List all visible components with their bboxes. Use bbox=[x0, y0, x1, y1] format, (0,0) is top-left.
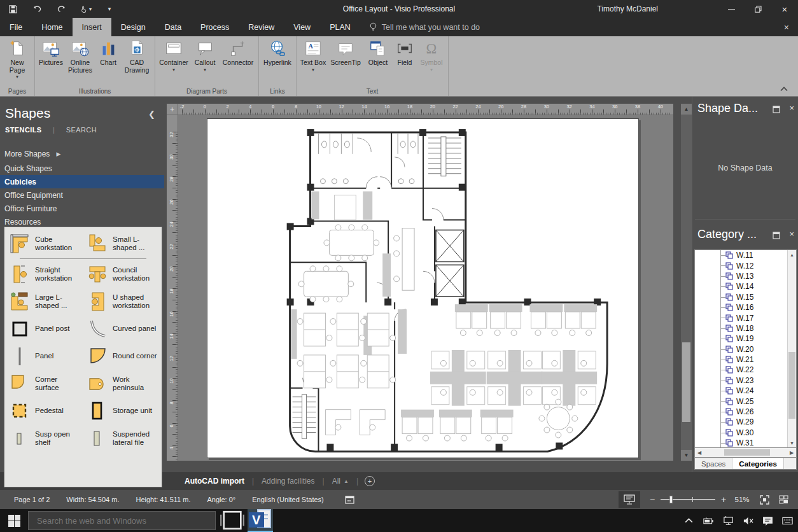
redo-icon[interactable] bbox=[55, 3, 67, 15]
battery-icon[interactable] bbox=[703, 515, 714, 526]
tray-expand-icon[interactable] bbox=[683, 515, 694, 526]
vertical-scroll-thumb[interactable] bbox=[682, 342, 690, 422]
tab-review[interactable]: Review bbox=[239, 18, 284, 36]
stencil-shape-panel-post[interactable]: Panel post bbox=[4, 315, 82, 342]
status-width[interactable]: Width: 54.504 m. bbox=[66, 496, 119, 503]
tab-stencils[interactable]: STENCILS bbox=[5, 126, 42, 134]
category-tree-item[interactable]: W.24 bbox=[695, 386, 780, 396]
category-scroll-right-icon[interactable]: ▶ bbox=[787, 448, 796, 457]
category-tree-item[interactable]: W.14 bbox=[695, 281, 780, 291]
category-float-icon[interactable] bbox=[773, 230, 780, 242]
category-scroll-left-icon[interactable]: ◀ bbox=[695, 448, 704, 457]
hyperlink-button[interactable]: Hyperlink bbox=[261, 37, 294, 87]
stencil-nav-quick-shapes[interactable]: Quick Shapes bbox=[0, 162, 164, 175]
signed-in-user[interactable]: Timothy McDaniel bbox=[597, 0, 658, 18]
stencil-shape-council-workstation[interactable]: Council workstation bbox=[82, 260, 160, 288]
stencil-shape-corner-surface[interactable]: Corner surface bbox=[4, 370, 82, 397]
stencil-nav-office-furniture[interactable]: Office Furniture bbox=[0, 202, 164, 215]
category-tree-item[interactable]: W.17 bbox=[695, 312, 780, 323]
stencil-shape-small-l-shaped[interactable]: Small L-shaped ... bbox=[82, 230, 160, 257]
stencil-shape-storage-unit[interactable]: Storage unit bbox=[82, 397, 160, 424]
fit-page-button[interactable] bbox=[755, 495, 774, 505]
category-horizontal-scrollbar[interactable]: ◀ ▶ bbox=[694, 448, 797, 458]
screentip-button[interactable]: ScreenTip bbox=[328, 37, 363, 87]
zoom-out-button[interactable]: − bbox=[647, 494, 658, 505]
zoom-level[interactable]: 51% bbox=[729, 496, 755, 503]
all-pages-dropdown[interactable]: All▲ bbox=[325, 477, 356, 486]
save-icon[interactable] bbox=[6, 3, 19, 15]
page-tab-autocad-import[interactable]: AutoCAD import bbox=[177, 477, 252, 486]
zoom-slider[interactable] bbox=[661, 499, 715, 500]
stencil-shape-work-peninsula[interactable]: Work peninsula bbox=[82, 370, 160, 397]
keyboard-icon[interactable] bbox=[782, 515, 793, 526]
touch-mode-icon[interactable]: ▾ bbox=[79, 3, 92, 15]
tab-spaces[interactable]: Spaces bbox=[695, 458, 732, 469]
category-tree-item[interactable]: W.29 bbox=[695, 417, 780, 427]
zoom-in-button[interactable]: + bbox=[718, 494, 729, 505]
status-language[interactable]: English (United States) bbox=[252, 496, 324, 503]
tab-view[interactable]: View bbox=[284, 18, 320, 36]
tab-insert[interactable]: Insert bbox=[73, 18, 111, 36]
start-button[interactable] bbox=[0, 509, 28, 532]
tab-design[interactable]: Design bbox=[111, 18, 155, 36]
new-page-button[interactable]: New Page▾ bbox=[2, 37, 32, 87]
category-tree-item[interactable]: W.11 bbox=[695, 250, 780, 260]
taskbar-visio-button[interactable]: V bbox=[248, 509, 273, 532]
shape-data-close-icon[interactable]: × bbox=[789, 104, 794, 116]
tab-data[interactable]: Data bbox=[155, 18, 191, 36]
presentation-mode-button[interactable] bbox=[619, 491, 640, 508]
category-tree-item[interactable]: W.30 bbox=[695, 428, 780, 438]
task-view-button[interactable] bbox=[220, 509, 245, 532]
stencil-shape-u-shaped-workstation[interactable]: U shaped workstation bbox=[82, 288, 160, 315]
stencil-nav-more-shapes[interactable]: More Shapes▶ bbox=[0, 146, 164, 162]
category-tree-item[interactable]: W.12 bbox=[695, 260, 780, 270]
stencil-shape-round-corner[interactable]: Round corner bbox=[82, 342, 160, 370]
category-tree-item[interactable]: W.16 bbox=[695, 302, 780, 312]
drawing-page[interactable] bbox=[207, 118, 639, 458]
status-angle[interactable]: Angle: 0° bbox=[207, 496, 235, 503]
category-tree-item[interactable]: W.22 bbox=[695, 365, 780, 375]
tab-process[interactable]: Process bbox=[191, 18, 239, 36]
vertical-ruler[interactable]: 323028262422201816141210864 bbox=[167, 115, 178, 461]
category-vertical-scrollbar[interactable]: ▲ ▼ bbox=[787, 250, 796, 447]
zoom-slider-thumb[interactable] bbox=[669, 496, 673, 503]
category-hscroll-thumb[interactable] bbox=[724, 449, 770, 456]
minimize-button[interactable] bbox=[718, 0, 745, 18]
tab-home[interactable]: Home bbox=[32, 18, 72, 36]
connector-button[interactable]: Connector bbox=[220, 37, 256, 87]
category-tree-item[interactable]: W.31 bbox=[695, 438, 780, 448]
category-tree-item[interactable]: W.15 bbox=[695, 292, 780, 302]
stencil-nav-cubicles[interactable]: Cubicles bbox=[0, 175, 164, 188]
category-tree-item[interactable]: W.23 bbox=[695, 375, 780, 386]
category-tree-item[interactable]: W.18 bbox=[695, 323, 780, 333]
category-tree-item[interactable]: W.13 bbox=[695, 271, 780, 281]
network-icon[interactable] bbox=[723, 515, 734, 526]
stencil-shape-cube-workstation[interactable]: Cube workstation bbox=[4, 230, 82, 257]
tab-categories[interactable]: Categories bbox=[732, 458, 783, 469]
stencil-shape-large-l-shaped[interactable]: Large L-shaped ... bbox=[4, 288, 82, 315]
stencil-shape-susp-open-shelf[interactable]: Susp open shelf bbox=[4, 424, 82, 452]
undo-icon[interactable] bbox=[31, 3, 43, 15]
callout-button[interactable]: Callout▾ bbox=[190, 37, 220, 87]
scroll-up-icon[interactable]: ▲ bbox=[681, 104, 692, 115]
category-scroll-up-icon[interactable]: ▲ bbox=[788, 250, 796, 259]
stencil-shape-pedestal[interactable]: Pedestal bbox=[4, 397, 82, 424]
field-button[interactable]: Field bbox=[393, 37, 417, 87]
category-tree-item[interactable]: W.20 bbox=[695, 344, 780, 354]
page-tab-adding-facilities[interactable]: Adding facilities bbox=[254, 477, 322, 486]
action-center-icon[interactable] bbox=[762, 515, 773, 526]
online-pictures-button[interactable]: Online Pictures bbox=[65, 37, 95, 87]
stencil-shape-suspended-lateral-file[interactable]: Suspended lateral file bbox=[82, 424, 160, 452]
text-box-button[interactable]: A Text Box▾ bbox=[298, 37, 328, 87]
new-page-tab-button[interactable]: + bbox=[365, 476, 375, 486]
vertical-scrollbar[interactable]: ▲ ▼ bbox=[681, 104, 692, 461]
category-tree-item[interactable]: W.21 bbox=[695, 354, 780, 365]
category-tree-item[interactable]: W.19 bbox=[695, 333, 780, 344]
customize-qat-caret[interactable]: ▾ bbox=[103, 3, 116, 15]
cad-drawing-button[interactable]: CAD Drawing bbox=[121, 37, 153, 87]
search-input[interactable] bbox=[29, 516, 215, 526]
switch-windows-button[interactable] bbox=[774, 495, 793, 505]
collapse-ribbon-icon[interactable] bbox=[780, 83, 788, 94]
close-drawing-icon[interactable]: × bbox=[784, 18, 789, 36]
status-page-number[interactable]: Page 1 of 2 bbox=[14, 496, 50, 503]
